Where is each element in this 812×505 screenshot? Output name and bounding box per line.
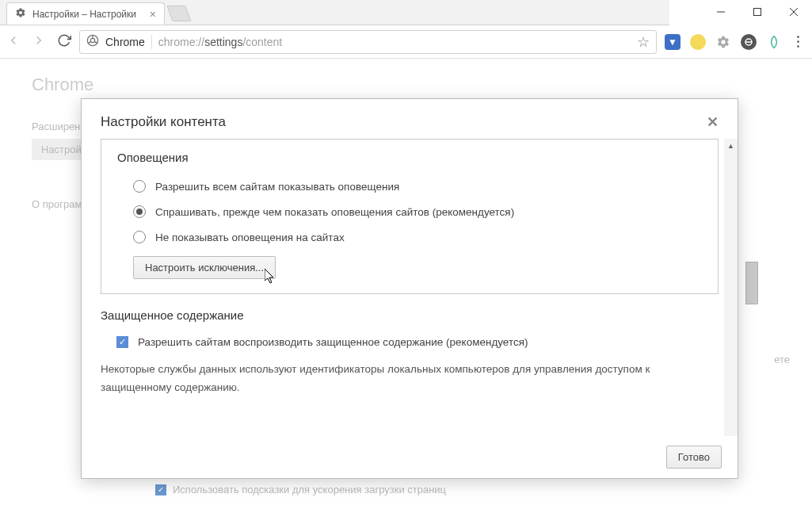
tab-strip: Настройки – Настройки × (0, 0, 669, 25)
browser-toolbar: Chrome chrome://settings/content ☆ ▼ (0, 25, 812, 59)
radio-allow-all[interactable]: Разрешить всем сайтам показывать оповеще… (117, 174, 702, 199)
browser-menu-button[interactable] (790, 36, 806, 48)
window-minimize-button[interactable] (703, 0, 739, 24)
forward-button[interactable] (32, 33, 46, 51)
bookmark-star-icon[interactable]: ☆ (637, 33, 650, 51)
radio-label: Не показывать оповещения на сайтах (155, 231, 345, 243)
window-close-button[interactable] (776, 0, 812, 24)
extension-icons: ▼ (665, 34, 782, 50)
radio-block[interactable]: Не показывать оповещения на сайтах (117, 224, 702, 250)
scroll-up-arrow[interactable]: ▲ (724, 139, 738, 152)
extension-icon-3[interactable] (715, 34, 731, 50)
extension-icon-1[interactable]: ▼ (665, 34, 680, 50)
dialog-header: Настройки контента ✕ (82, 99, 738, 139)
address-bar[interactable]: Chrome chrome://settings/content ☆ (79, 30, 657, 54)
checkbox-label: Разрешить сайтам воспроизводить защищенн… (138, 336, 528, 348)
done-button[interactable]: Готово (666, 446, 722, 469)
gear-icon (15, 7, 26, 21)
protected-content-section: Защищенное содержание ✓ Разрешить сайтам… (101, 308, 719, 397)
radio-label: Спрашивать, прежде чем показать оповещен… (155, 206, 514, 218)
page-scrollbar-thumb[interactable] (745, 262, 758, 304)
page-heading: Chrome (32, 75, 780, 95)
extension-icon-2[interactable] (690, 34, 706, 50)
notifications-section: Оповещения Разрешить всем сайтам показыв… (101, 139, 719, 294)
protected-content-title: Защищенное содержание (101, 308, 719, 322)
dialog-body: Оповещения Разрешить всем сайтам показыв… (82, 139, 738, 436)
checkbox-icon: ✓ (155, 484, 166, 495)
extension-icon-5[interactable] (766, 34, 782, 50)
background-checkbox-row: ✓ Использовать подсказки для ускорения з… (155, 484, 446, 495)
dialog-footer: Готово (82, 436, 738, 478)
radio-icon (133, 231, 146, 243)
window-maximize-button[interactable] (739, 0, 776, 24)
tab-close-icon[interactable]: × (150, 8, 156, 21)
mouse-cursor-icon (265, 269, 276, 288)
dialog-title: Настройки контента (101, 114, 226, 130)
svg-rect-1 (754, 9, 761, 16)
extension-icon-4[interactable] (741, 34, 757, 50)
omnibox-url: chrome://settings/content (158, 36, 282, 48)
omnibox-scheme-label: Chrome (105, 36, 145, 48)
radio-icon (133, 205, 146, 218)
notifications-title: Оповещения (117, 151, 702, 164)
radio-ask[interactable]: Спрашивать, прежде чем показать оповещен… (117, 199, 702, 224)
protected-content-description: Некоторые службы данных используют идент… (101, 353, 719, 397)
back-button[interactable] (6, 33, 21, 51)
browser-tab[interactable]: Настройки – Настройки × (6, 2, 165, 25)
chrome-page-icon (86, 34, 99, 49)
background-text-fragment: ете (774, 354, 790, 365)
reload-button[interactable] (57, 33, 71, 51)
content-settings-dialog: Настройки контента ✕ Оповещения Разрешит… (81, 98, 738, 479)
dialog-close-button[interactable]: ✕ (707, 113, 719, 131)
svg-line-7 (94, 41, 97, 43)
new-tab-button[interactable] (166, 6, 191, 21)
manage-exceptions-button[interactable]: Настроить исключения... (133, 256, 276, 279)
radio-icon (133, 180, 146, 193)
protected-content-checkbox-row[interactable]: ✓ Разрешить сайтам воспроизводить защище… (101, 331, 719, 353)
radio-label: Разрешить всем сайтам показывать оповеще… (155, 181, 399, 193)
tab-title: Настройки – Настройки (32, 9, 136, 20)
svg-line-8 (88, 41, 91, 43)
checkbox-icon: ✓ (116, 336, 128, 348)
dialog-scrollbar[interactable]: ▲ (724, 139, 738, 436)
